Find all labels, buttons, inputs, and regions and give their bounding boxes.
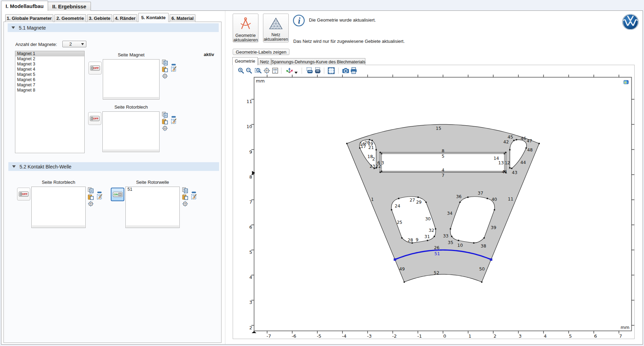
axis-orientation-icon[interactable] (286, 67, 293, 76)
collapse-triangle-icon[interactable] (12, 165, 16, 168)
section-header-magnete[interactable]: 5.1 Magnete (8, 23, 219, 32)
hscrollbar[interactable] (126, 226, 179, 228)
zoom-box-icon[interactable] (255, 67, 262, 76)
magnet-list-item[interactable]: Magnet 2 (15, 56, 84, 62)
zoom-extents-all-icon[interactable] (272, 67, 279, 76)
subtab-geometrie[interactable]: 2. Geometrie (54, 14, 86, 22)
subtab-raender[interactable]: 4. Ränder (113, 14, 137, 22)
orientation-dropdown-icon[interactable] (294, 69, 298, 76)
geometry-plot[interactable]: 1234567891011121314151617181920212223242… (233, 65, 635, 339)
gtab-geometrie-label: Geometrie (235, 59, 255, 64)
clear-selection-icon[interactable] (171, 118, 177, 126)
print-icon[interactable] (350, 67, 357, 76)
image-export-icon[interactable] (306, 67, 314, 76)
paste-icon[interactable] (162, 118, 168, 126)
collapse-triangle-icon[interactable] (11, 26, 15, 29)
boundary-label: 31 (424, 234, 430, 239)
clear-selection-icon[interactable] (96, 194, 103, 201)
boundary-label: 20 (364, 140, 370, 145)
zoom-to-selection-icon[interactable] (162, 125, 168, 133)
selection-box-seite-rotorwelle[interactable]: 51 (125, 187, 180, 228)
magnet-list-item[interactable]: Magnet 6 (15, 77, 84, 82)
zoom-to-selection-icon[interactable] (162, 73, 168, 80)
grid-icon[interactable] (328, 67, 335, 76)
tab-ergebnisse[interactable]: II. Ergebnisse (48, 2, 91, 11)
x-tick-label: -1 (417, 333, 422, 339)
magnet-list-item[interactable]: Magnet 4 (15, 67, 84, 72)
vertex-marker (381, 153, 382, 155)
selection-item[interactable]: 51 (126, 187, 179, 192)
paste-icon[interactable] (162, 66, 168, 74)
subtab-material[interactable]: 6. Material (170, 14, 195, 22)
toggle-seite-rotorblech-52[interactable]: OFF (17, 188, 30, 200)
toggle-seite-rotorwelle[interactable]: ON (111, 188, 124, 201)
hscrollbar[interactable] (32, 226, 85, 228)
subtab-globale-parameter[interactable]: 1. Globale Parameter (5, 14, 53, 22)
y-tick-label: 11 (246, 99, 252, 104)
copy-icon[interactable] (88, 187, 94, 195)
vertex-marker (526, 147, 527, 149)
selection-box-seite-rotorblech-52[interactable] (31, 187, 86, 228)
x-tick-label: 7 (619, 333, 622, 339)
zoom-to-selection-icon[interactable] (88, 201, 94, 208)
subtab-geometrie-label: 2. Geometrie (56, 16, 84, 21)
boundary-label: 3 (381, 160, 384, 165)
magnet-list-item[interactable]: Magnet 3 (15, 62, 84, 67)
gtab-spannungs-dehnungs-kurve[interactable]: Spannungs-Dehnungs-Kurve des Blechmateri… (271, 58, 365, 65)
boundary-label: 18 (367, 154, 373, 159)
selection-box-seite-rotorblech-51[interactable] (102, 111, 160, 152)
toggle-knob (118, 193, 122, 196)
zoom-to-selection-icon[interactable] (182, 201, 188, 208)
boundary-label: 52 (434, 270, 439, 275)
x-tick-label: 1 (468, 333, 471, 339)
clear-selection-icon[interactable] (171, 66, 177, 73)
magnet-list-item[interactable]: Magnet 7 (15, 82, 84, 88)
boundary-label: 8 (442, 148, 444, 154)
app-window: { "main_tabs": [ {"label": "I. Modellauf… (0, 0, 644, 346)
toggle-seite-magnet[interactable]: OFF (88, 62, 102, 74)
hscrollbar[interactable] (103, 97, 159, 99)
boundary-label: 49 (399, 266, 405, 272)
tab-modellaufbau[interactable]: I. Modellaufbau (1, 1, 48, 11)
svg-text:i: i (298, 16, 301, 25)
clear-selection-icon[interactable] (191, 194, 197, 201)
toolbar-separator (324, 68, 324, 74)
zoom-extents-icon[interactable] (263, 67, 270, 76)
show-geometry-labels-button[interactable]: Geometrie-Labels zeigen (233, 49, 289, 55)
selection-box-seite-magnet[interactable] (103, 59, 160, 100)
magnet-list-item[interactable]: Magnet 5 (15, 72, 84, 77)
show-geometry-labels-label: Geometrie-Labels zeigen (236, 49, 286, 55)
image-export-filled-icon[interactable] (314, 67, 321, 76)
magnet-list-item[interactable]: Magnet 1 (15, 51, 84, 56)
magnet-count-dropdown[interactable]: 2 (62, 41, 86, 47)
subtab-kontakte[interactable]: 5. Kontakte (138, 13, 169, 22)
vertex-marker (494, 209, 495, 211)
paste-icon[interactable] (88, 194, 94, 202)
view-snapshot-icon[interactable] (623, 80, 629, 84)
vertex-marker (504, 153, 505, 155)
gtab-geometrie[interactable]: Geometrie (232, 57, 258, 65)
zoom-in-icon[interactable] (238, 67, 245, 76)
vertex-marker (380, 172, 381, 173)
hscrollbar[interactable] (103, 150, 159, 152)
update-geometry-button[interactable]: Geometrieaktualisieren (233, 14, 258, 42)
panel-splitter[interactable] (225, 11, 225, 344)
boundary-label: 11 (508, 196, 513, 202)
camera-icon[interactable] (342, 67, 349, 76)
section-header-kontakt[interactable]: 5.2 Kontakt Blech-Welle (8, 162, 219, 171)
contact-endpoint-marker (394, 258, 396, 261)
copy-icon[interactable] (182, 187, 188, 195)
subtab-gebiete[interactable]: 3. Gebiete (87, 14, 112, 22)
mesh-icon (269, 17, 283, 31)
copy-icon[interactable] (162, 112, 168, 119)
paste-icon[interactable] (182, 194, 188, 202)
update-mesh-button[interactable]: Netzaktualisieren (263, 14, 289, 42)
toggle-seite-rotorblech-51[interactable]: OFF (88, 112, 101, 125)
magnet-list[interactable]: Magnet 1Magnet 2Magnet 3Magnet 4Magnet 5… (15, 51, 85, 153)
y-tick-label: 9 (249, 149, 252, 155)
magnet-list-item[interactable]: Magnet 8 (15, 88, 84, 93)
vertex-marker (481, 281, 482, 283)
zoom-out-icon[interactable] (246, 67, 253, 76)
copy-icon[interactable] (162, 60, 168, 67)
gtab-netz[interactable]: Netz (258, 58, 271, 65)
